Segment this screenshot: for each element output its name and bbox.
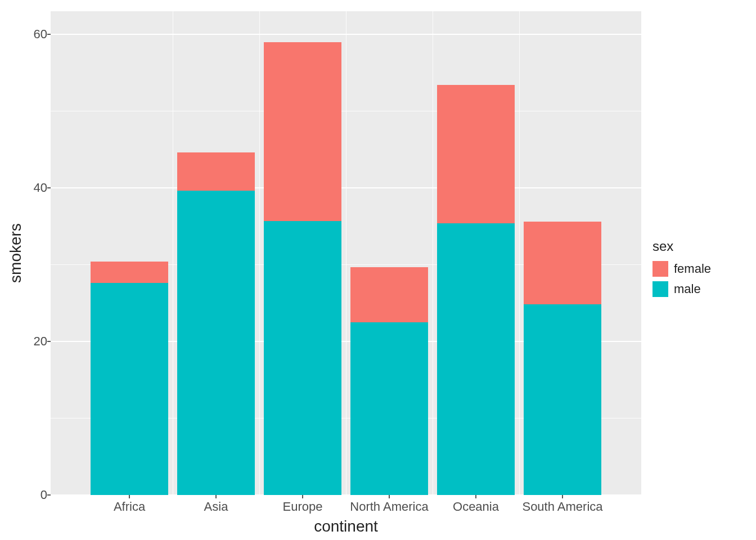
y-tick-label: 60	[34, 27, 47, 42]
legend-title: sex	[652, 238, 711, 254]
y-tick-mark	[47, 34, 51, 35]
grid-line-vertical-minor	[433, 11, 433, 495]
bar-segment-female	[437, 85, 515, 223]
y-axis-title: smokers	[7, 223, 25, 283]
x-tick-label: Oceania	[453, 500, 499, 514]
grid-line-vertical-minor	[519, 11, 520, 495]
bar-asia	[177, 152, 255, 495]
legend-label-female: female	[674, 262, 711, 276]
x-tick-mark	[302, 495, 303, 498]
y-tick-mark	[47, 494, 51, 496]
x-tick-label: Asia	[204, 500, 228, 514]
x-tick-mark	[389, 495, 390, 498]
y-tick-mark	[47, 341, 51, 342]
x-tick-label: Europe	[283, 500, 323, 514]
bar-segment-male	[437, 223, 515, 495]
bar-segment-male	[524, 304, 602, 495]
legend-item-male: male	[652, 281, 711, 297]
x-tick-mark	[475, 495, 476, 498]
y-tick-label: 40	[34, 181, 47, 195]
bar-segment-female	[177, 152, 255, 191]
x-tick-mark	[129, 495, 130, 498]
chart-container: smokers continent sex female male 020406…	[0, 0, 756, 540]
grid-line-vertical-minor	[173, 11, 173, 495]
bar-segment-male	[264, 221, 342, 495]
bar-segment-male	[177, 191, 255, 495]
x-tick-mark	[562, 495, 563, 498]
legend-swatch-male	[652, 281, 668, 297]
bar-south-america	[524, 222, 602, 495]
bar-north-america	[350, 267, 429, 495]
bar-europe	[264, 42, 342, 495]
x-tick-label: North America	[350, 500, 428, 514]
x-tick-label: Africa	[114, 500, 145, 514]
bar-oceania	[437, 85, 515, 495]
bar-segment-male	[350, 322, 429, 495]
x-tick-mark	[215, 495, 217, 498]
y-tick-mark	[47, 187, 51, 188]
bar-segment-male	[91, 283, 169, 495]
bar-segment-female	[264, 42, 342, 221]
x-tick-label: South America	[522, 500, 602, 514]
legend-label-male: male	[674, 282, 701, 296]
bar-segment-female	[350, 267, 429, 322]
legend-swatch-female	[652, 261, 668, 277]
y-tick-label: 0	[40, 488, 47, 502]
plot-panel	[51, 11, 641, 495]
grid-line-vertical-minor	[346, 11, 346, 495]
x-axis-title: continent	[314, 518, 378, 536]
grid-line-vertical-minor	[259, 11, 260, 495]
y-tick-label: 20	[34, 334, 47, 349]
bar-africa	[91, 262, 169, 495]
legend: sex female male	[652, 238, 711, 302]
bar-segment-female	[524, 222, 602, 304]
legend-item-female: female	[652, 261, 711, 277]
bar-segment-female	[91, 262, 169, 283]
